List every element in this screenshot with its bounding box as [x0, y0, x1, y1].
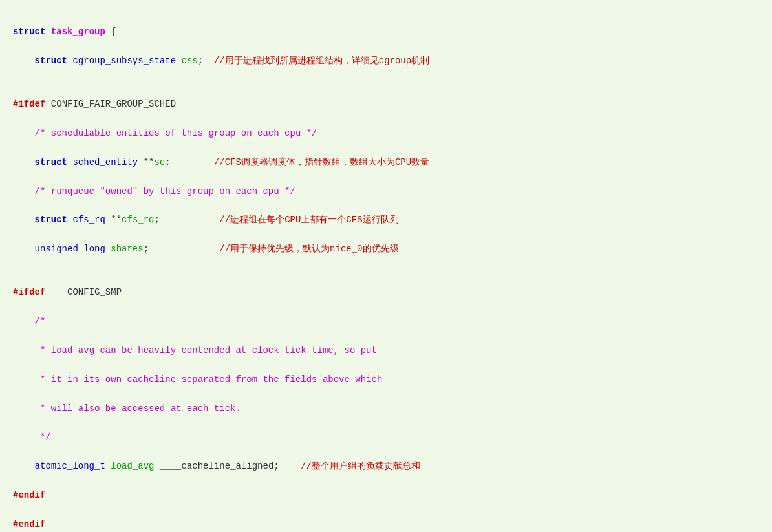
- line-1: struct task_group {: [13, 25, 759, 39]
- line-7: /* runqueue "owned" by this group on eac…: [13, 184, 759, 198]
- line-2: struct cgroup_subsys_state css; //用于进程找到…: [13, 54, 759, 68]
- line-9: unsigned long shares; //用于保持优先级，默认为nice_…: [13, 242, 759, 256]
- line-11: #ifdef CONFIG_SMP: [13, 285, 759, 299]
- line-12: /*: [13, 314, 759, 328]
- code-display: struct task_group { struct cgroup_subsys…: [13, 10, 759, 532]
- line-6: struct sched_entity **se; //CFS调度器调度体，指针…: [13, 155, 759, 169]
- line-18: #endif: [13, 488, 759, 502]
- line-4: #ifdef CONFIG_FAIR_GROUP_SCHED: [13, 97, 759, 111]
- line-16: */: [13, 430, 759, 444]
- line-8: struct cfs_rq **cfs_rq; //进程组在每个CPU上都有一个…: [13, 213, 759, 227]
- line-19: #endif: [13, 517, 759, 531]
- line-5: /* schedulable entities of this group on…: [13, 126, 759, 140]
- line-14: * it in its own cacheline separated from…: [13, 372, 759, 387]
- line-13: * load_avg can be heavily contended at c…: [13, 343, 759, 357]
- line-15: * will also be accessed at each tick.: [13, 401, 759, 416]
- line-17: atomic_long_t load_avg ____cacheline_ali…: [13, 459, 759, 473]
